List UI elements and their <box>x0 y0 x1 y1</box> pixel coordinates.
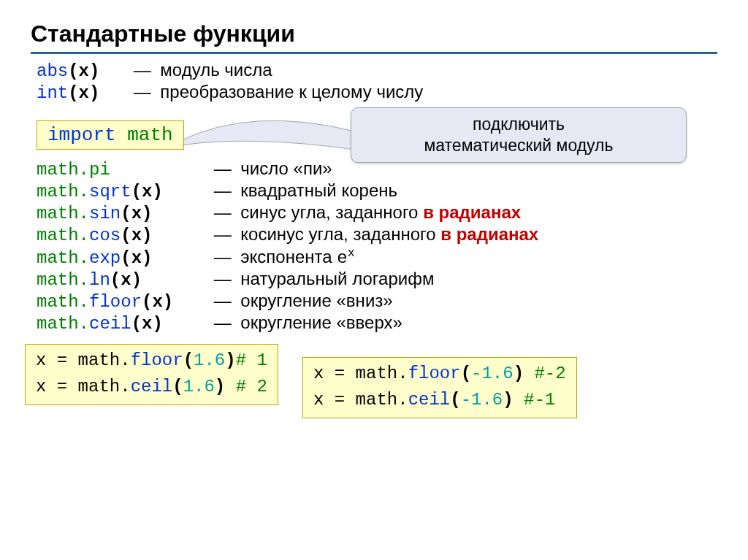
dash-icon: — <box>129 82 156 102</box>
ceil-pre: math. <box>37 314 89 334</box>
dash-icon: — <box>210 312 236 333</box>
ceil-fn: ceil <box>89 314 131 334</box>
sqrt-pre: math. <box>37 182 89 202</box>
exl2-num: 1.6 <box>183 377 215 396</box>
abs-row: abs(x) — модуль числа <box>37 60 717 81</box>
callout-box: подключить математический модуль <box>351 107 687 163</box>
ln-fn: ln <box>89 270 110 290</box>
import-box: import math <box>37 120 184 150</box>
sqrt-args: (x) <box>131 182 163 202</box>
cos-fn: cos <box>89 226 121 245</box>
exr2-open: ( <box>450 390 460 410</box>
sqrt-row: math.sqrt(x) — квадратный корень <box>37 180 717 202</box>
sin-pre: math. <box>37 204 89 223</box>
exp-e: e <box>337 248 347 268</box>
cos-red: в радианах <box>440 224 538 244</box>
exr1-open: ( <box>461 364 471 383</box>
sin-red: в радианах <box>423 202 521 222</box>
abs-args: (x) <box>68 61 99 81</box>
cos-args: (x) <box>121 226 152 245</box>
exl1-close: ) <box>225 350 235 370</box>
exr2-fn: ceil <box>408 390 451 410</box>
exp-args: (x) <box>121 248 152 268</box>
ln-pre: math. <box>37 270 89 290</box>
exp-desc: экспонента <box>240 247 337 266</box>
example-right: x = math.floor(-1.6) #-2 x = math.ceil(-… <box>302 357 577 418</box>
exp-pre: math. <box>37 248 89 268</box>
title-rule <box>31 52 717 54</box>
floor-row: math.floor(x) — округление «вниз» <box>37 291 717 312</box>
exr1-cmt: #-2 <box>534 364 565 383</box>
sqrt-fn: sqrt <box>89 182 131 202</box>
callout-line-2: математический модуль <box>367 135 670 156</box>
exl1-open: ( <box>183 350 194 370</box>
exr2-pre: x = math. <box>313 390 408 410</box>
int-desc: преобразование к целому числу <box>160 82 423 101</box>
cos-pre: math. <box>37 226 89 245</box>
dash-icon: — <box>210 224 236 245</box>
import-kw: import <box>47 124 116 146</box>
import-row: import math подключить математический мо… <box>37 120 717 150</box>
exl1-pre: x = math. <box>36 350 131 370</box>
dash-icon: — <box>129 60 156 80</box>
exp-sup: x <box>348 246 355 260</box>
cos-row: math.cos(x) — косинус угла, заданного в … <box>37 224 717 245</box>
import-name: math <box>127 124 172 146</box>
exr1-num: -1.6 <box>471 364 514 383</box>
sqrt-desc: квадратный корень <box>240 180 397 200</box>
abs-desc: модуль числа <box>160 60 272 80</box>
dash-icon: — <box>210 158 236 179</box>
dash-icon: — <box>210 202 236 223</box>
exr1-close: ) <box>514 364 535 383</box>
sin-fn: sin <box>89 204 121 223</box>
ln-args: (x) <box>110 270 142 290</box>
exr2-num: -1.6 <box>461 390 503 410</box>
exr1-pre: x = math. <box>313 364 408 383</box>
ln-desc: натуральный логарифм <box>240 269 434 288</box>
example-left: x = math.floor(1.6)# 1 x = math.ceil(1.6… <box>25 344 278 405</box>
floor-fn: floor <box>89 292 142 312</box>
cos-desc: косинус угла, заданного <box>240 224 440 244</box>
floor-desc: округление «вниз» <box>240 291 392 310</box>
exp-row: math.exp(x) — экспонента ex <box>37 246 717 268</box>
exl1-num: 1.6 <box>194 350 225 370</box>
int-args: (x) <box>68 83 99 103</box>
math-list: math.pi — число «пи» math.sqrt(x) — квад… <box>37 158 717 334</box>
dash-icon: — <box>210 247 236 267</box>
dash-icon: — <box>210 269 236 289</box>
ceil-row: math.ceil(x) — округление «вверх» <box>37 312 717 334</box>
int-kw: int <box>37 83 68 103</box>
abs-kw: abs <box>37 61 68 81</box>
exl1-cmt: # 1 <box>236 350 267 370</box>
exl2-fn: ceil <box>131 377 173 396</box>
exr2-close: ) <box>503 390 524 410</box>
exl2-cmt: # 2 <box>236 377 267 396</box>
exl2-open: ( <box>172 377 183 396</box>
callout-line-1: подключить <box>367 114 670 135</box>
pi-desc: число «пи» <box>240 158 332 178</box>
int-row: int(x) — преобразование к целому числу <box>37 82 717 103</box>
exl2-pre: x = math. <box>36 377 131 396</box>
slide-title: Стандартные функции <box>31 20 717 47</box>
ceil-desc: округление «вверх» <box>240 312 402 332</box>
sin-row: math.sin(x) — синус угла, заданного в ра… <box>37 202 717 223</box>
floor-pre: math. <box>37 292 89 312</box>
dash-icon: — <box>210 180 236 201</box>
exl2-close: ) <box>215 377 236 396</box>
ln-row: math.ln(x) — натуральный логарифм <box>37 269 717 290</box>
exl1-fn: floor <box>131 350 183 370</box>
pi-code: math.pi <box>37 160 205 180</box>
examples: x = math.floor(1.6)# 1 x = math.ceil(1.6… <box>25 344 717 417</box>
sin-desc: синус угла, заданного <box>240 202 423 222</box>
sin-args: (x) <box>121 204 152 223</box>
floor-args: (x) <box>142 292 173 312</box>
dash-icon: — <box>210 291 236 311</box>
exp-fn: exp <box>89 248 121 268</box>
ceil-args: (x) <box>131 314 163 334</box>
exr1-fn: floor <box>408 364 461 383</box>
exr2-cmt: #-1 <box>524 390 555 410</box>
